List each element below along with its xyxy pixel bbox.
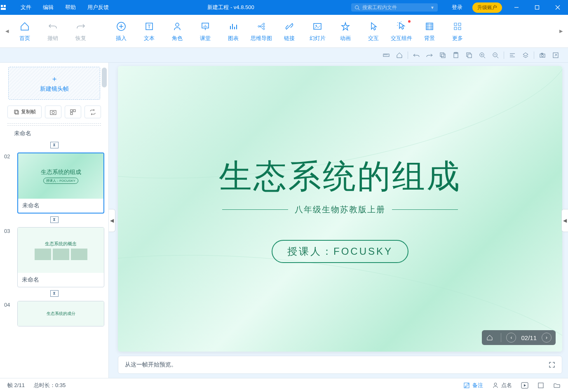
folder-button[interactable] [553,382,561,389]
toolbar-item-label: 撤销 [47,35,58,42]
search-dropdown-icon[interactable]: ▼ [430,5,434,10]
sidebar-scrollbar[interactable] [102,68,107,87]
toolbar-board-button[interactable]: 课堂 [191,17,219,46]
expand-preview-icon[interactable] [549,361,555,368]
transition-button-1[interactable]: ⧗ [50,142,59,148]
toolbar-home-button[interactable]: 首页 [11,17,39,46]
undo-view-icon[interactable] [411,50,421,60]
toolbar-text-button[interactable]: T文本 [135,17,163,46]
toolbar-link-button[interactable]: 链接 [275,17,303,46]
drag-handle[interactable] [7,123,101,126]
toolbar-redo-button[interactable]: 恢复 [67,17,95,46]
toolbar-item-label: 幻灯片 [310,35,326,42]
ruler-icon[interactable] [381,50,391,60]
nav-prev-button[interactable]: ‹ [506,333,516,343]
roll-call-label: 点名 [501,382,512,389]
copy-frame-button[interactable]: 复制帧 [7,106,42,118]
new-frame-button[interactable]: ＋ 新建镜头帧 [8,67,100,100]
menu-file[interactable]: 文件 [15,0,37,15]
svg-rect-68 [541,53,543,54]
svg-rect-74 [70,110,73,112]
toolbar-person-button[interactable]: 角色 [163,17,191,46]
screenshot-frame-button[interactable] [45,106,61,118]
slide-canvas[interactable]: 生态系统的组成 八年级生物苏教版上册 授课人：FOCUSKY ‹ 02/11 › [118,66,562,352]
svg-line-61 [497,56,498,58]
svg-line-57 [484,56,485,58]
home-view-icon[interactable] [394,50,404,60]
svg-line-29 [260,26,263,29]
nav-next-button[interactable]: › [542,333,552,343]
divider [501,333,501,342]
collapse-right-panel-button[interactable]: ◀ [561,209,568,232]
toolbar-item-label: 图表 [228,35,239,42]
loop-frame-button[interactable] [84,106,101,118]
menu-help[interactable]: 帮助 [59,0,82,15]
redo-view-icon[interactable] [425,50,434,60]
camera-icon[interactable] [537,50,547,60]
thumb-title: 生态系统的概念 [45,241,77,247]
toolbar-mindmap-button[interactable]: 思维导图 [247,17,275,46]
toolbar-item-label: 角色 [172,35,183,42]
thumbnail-03[interactable]: 生态系统的概念 未命名 [17,227,104,287]
transition-button-2[interactable]: ⧗ [50,216,59,223]
svg-point-67 [542,54,544,56]
roll-call-button[interactable]: 点名 [492,382,512,389]
copy-icon[interactable] [438,50,448,60]
svg-point-14 [176,23,179,26]
toolbar-plus-button[interactable]: 插入 [107,17,135,46]
transition-button-3[interactable]: ⧗ [50,290,59,297]
fullscreen-button[interactable] [537,382,544,389]
toolbar-item-label: 思维导图 [251,35,272,42]
loop-icon [89,109,96,115]
export-icon[interactable] [551,50,561,60]
bg-icon [424,21,435,32]
svg-text:T: T [148,24,151,30]
toolbar-more-button[interactable]: 更多 [444,17,472,46]
thumb-number-03: 03 [4,227,14,287]
search-input[interactable] [362,5,428,10]
nav-home-icon[interactable] [486,334,496,341]
collapse-sidebar-button[interactable]: ◀ [109,209,115,232]
thumbnail-04[interactable]: 生态系统的成分 [17,301,104,326]
toolbar-cursor-button[interactable]: 交互 [359,17,387,46]
close-button[interactable] [547,0,568,15]
minimize-button[interactable] [506,0,527,15]
qr-frame-button[interactable] [65,106,81,118]
toolbar-chart-button[interactable]: 图表 [219,17,247,46]
svg-rect-46 [383,54,389,56]
toolbar-slide-button[interactable]: 幻灯片 [303,17,331,46]
login-link[interactable]: 登录 [446,0,468,15]
layer-icon[interactable] [521,50,530,60]
zoom-out-icon[interactable] [491,50,500,60]
notes-button[interactable]: 备注 [463,382,483,389]
toolbar-undo-button[interactable]: 撤销 [39,17,67,46]
present-button[interactable] [521,382,528,389]
copy-frame-label: 复制帧 [21,108,36,115]
divider [534,52,534,59]
new-frame-label: 新建镜头帧 [40,85,69,93]
svg-rect-1 [4,5,6,7]
person-icon [492,382,499,389]
svg-point-24 [263,23,265,25]
plus-icon: ＋ [51,74,58,84]
upgrade-button[interactable]: 升级账户 [472,2,502,13]
paste-icon[interactable] [451,50,461,60]
toolbar-item-label: 背景 [424,35,435,42]
toolbar-item-label: 课堂 [200,35,211,42]
toolbar-scroll-left[interactable]: ◀ [3,15,11,48]
toolbar-star-button[interactable]: 动画 [331,17,359,46]
menu-edit[interactable]: 编辑 [37,0,59,15]
svg-rect-44 [454,27,457,30]
thumb-title: 生态系统的成分 [47,311,75,317]
menu-feedback[interactable]: 用户反馈 [82,0,115,15]
toolbar-scroll-right[interactable]: ▶ [557,15,565,48]
toolbar-bg-button[interactable]: 背景 [415,17,444,46]
maximize-button[interactable] [527,0,547,15]
thumbnail-02[interactable]: 生态系统的组成 授课人：FOCUSKY 未命名 [17,153,104,214]
svg-point-23 [258,26,260,27]
zoom-in-icon[interactable] [477,50,487,60]
clipboard-icon[interactable] [464,50,474,60]
toolbar-component-button[interactable]: 交互组件 [387,17,415,46]
search-box[interactable]: ▼ [351,3,438,12]
align-icon[interactable] [507,50,517,60]
